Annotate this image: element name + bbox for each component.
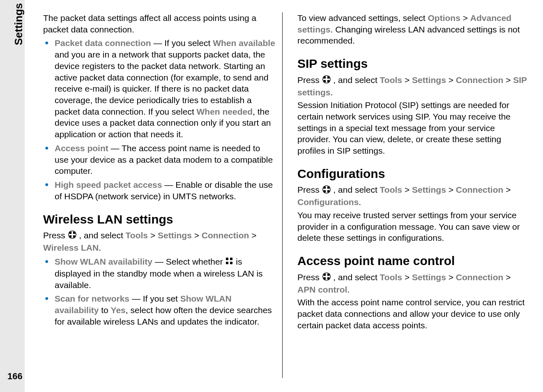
text: To view advanced settings, select	[297, 13, 428, 23]
gt: >	[506, 185, 511, 194]
wireless-lan-label: Wireless LAN	[43, 243, 99, 252]
text: , and select	[331, 272, 380, 282]
sidebar-title: Settings	[12, 3, 25, 45]
text: — Select whether	[152, 257, 225, 266]
apn-body: With the access point name control servi…	[297, 297, 530, 331]
configurations-label: Configurations	[297, 197, 359, 207]
apn-control-label: APN control	[297, 285, 347, 294]
when-available-label: When available	[213, 38, 275, 48]
settings-label: Settings	[412, 75, 446, 85]
text: .	[359, 197, 361, 207]
configurations-press-path: Press , and select Tools > Settings > Co…	[297, 184, 530, 208]
text: to	[99, 305, 110, 315]
apn-control-heading: Access point name control	[297, 253, 530, 269]
sip-settings-heading: SIP settings	[297, 55, 530, 72]
menu-key-icon	[322, 75, 331, 87]
tools-label: Tools	[380, 185, 402, 194]
tools-label: Tools	[380, 75, 402, 85]
text: Press	[43, 231, 68, 240]
gt: >	[506, 75, 511, 85]
sidebar: Settings 166	[0, 0, 25, 392]
sip-body: Session Initiation Protocol (SIP) settin…	[297, 99, 530, 157]
sip-press-path: Press , and select Tools > Settings > Co…	[297, 74, 530, 98]
gt: >	[449, 185, 453, 194]
access-point-label: Access point	[55, 143, 108, 153]
gt: >	[449, 75, 453, 85]
gt: >	[449, 272, 453, 282]
list-item: High speed packet access — Enable or dis…	[43, 179, 276, 202]
settings-label: Settings	[158, 231, 192, 240]
menu-key-icon	[322, 272, 331, 284]
text: and you are in a network that supports p…	[55, 50, 269, 116]
right-column: To view advanced settings, select Option…	[291, 12, 530, 378]
text: .	[347, 285, 350, 294]
text: , and select	[77, 231, 126, 240]
tools-label: Tools	[126, 231, 148, 240]
menu-key-icon	[68, 230, 77, 242]
tools-label: Tools	[380, 272, 402, 282]
text: Press	[297, 272, 322, 282]
configurations-body: You may receive trusted server settings …	[297, 210, 530, 244]
text: . Changing wireless LAN advanced setting…	[297, 25, 520, 46]
packet-data-list: Packet data connection — If you select W…	[43, 37, 276, 202]
svg-rect-3	[230, 262, 232, 264]
text: .	[331, 88, 333, 97]
connection-label: Connection	[456, 75, 504, 85]
list-item: Scan for networks — If you set Show WLAN…	[43, 293, 276, 327]
yes-label: Yes	[111, 305, 126, 315]
text: — If you set	[129, 294, 180, 303]
text: Press	[297, 185, 322, 194]
text: — If you select	[151, 38, 213, 48]
svg-rect-0	[226, 258, 228, 260]
settings-label: Settings	[412, 185, 446, 194]
scan-for-networks-label: Scan for networks	[55, 294, 129, 303]
gt: >	[405, 75, 410, 85]
text: .	[99, 243, 101, 252]
wlan-press-path: Press , and select Tools > Settings > Co…	[43, 230, 276, 254]
configurations-heading: Configurations	[297, 166, 530, 182]
text: , and select	[331, 185, 380, 194]
menu-key-icon	[322, 185, 331, 197]
gt: >	[405, 185, 410, 194]
wlan-settings-heading: Wireless LAN settings	[43, 211, 276, 228]
page-number: 166	[7, 371, 23, 382]
packet-data-intro: The packet data settings affect all acce…	[43, 12, 276, 35]
gt: >	[150, 231, 155, 240]
gt: >	[194, 231, 199, 240]
gt: >	[463, 13, 468, 23]
gt: >	[251, 231, 256, 240]
when-needed-label: When needed	[197, 107, 253, 116]
wlan-list: Show WLAN availability — Select whether …	[43, 256, 276, 327]
packet-data-connection-label: Packet data connection	[55, 38, 151, 48]
connection-label: Connection	[202, 231, 249, 240]
wlan-indicator-icon	[225, 256, 233, 268]
advanced-settings-paragraph: To view advanced settings, select Option…	[297, 12, 530, 46]
list-item: Packet data connection — If you select W…	[43, 37, 276, 140]
connection-label: Connection	[456, 185, 504, 194]
list-item: Access point — The access point name is …	[43, 143, 276, 177]
gt: >	[506, 272, 511, 282]
options-label: Options	[428, 13, 460, 23]
hspa-label: High speed packet access	[55, 180, 162, 189]
show-wlan-availability-label: Show WLAN availability	[55, 257, 152, 266]
text: , and select	[331, 75, 380, 85]
left-column: The packet data settings affect all acce…	[43, 12, 283, 378]
svg-rect-2	[226, 262, 228, 264]
svg-rect-1	[230, 258, 232, 260]
text: Press	[297, 75, 322, 85]
apn-press-path: Press , and select Tools > Settings > Co…	[297, 272, 530, 295]
connection-label: Connection	[456, 272, 504, 282]
gt: >	[405, 272, 410, 282]
settings-label: Settings	[412, 272, 446, 282]
list-item: Show WLAN availability — Select whether …	[43, 256, 276, 291]
page-content: The packet data settings affect all acce…	[43, 12, 530, 378]
